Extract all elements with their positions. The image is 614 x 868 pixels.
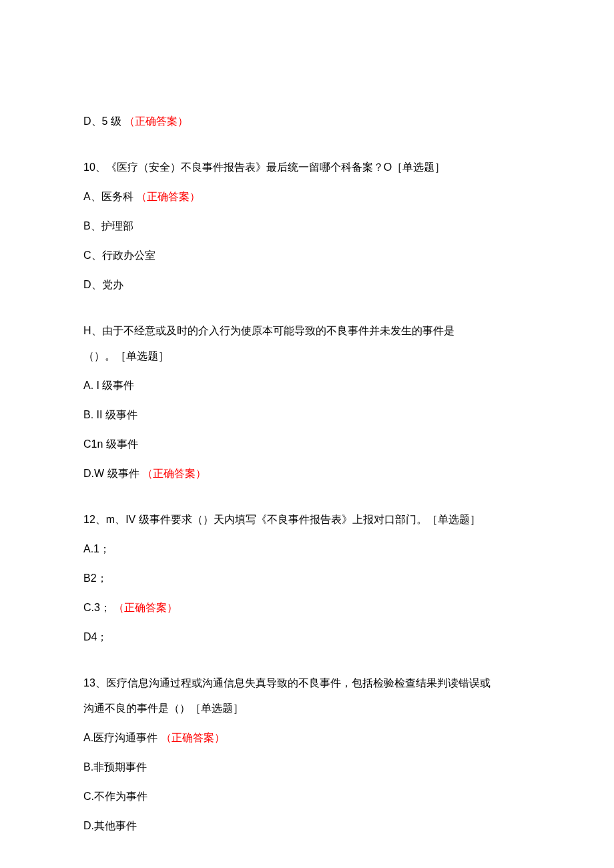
q13-option-b: B.非预期事件: [83, 759, 531, 775]
q13-option-a: A.医疗沟通事件 （正确答案）: [83, 730, 531, 746]
q12-stem: 12、m、IV 级事件要求（）天内填写《不良事件报告表》上报对口部门。［单选题］: [83, 512, 531, 528]
q12-option-c-text: C.3；: [83, 602, 113, 613]
q13-option-c: C.不作为事件: [83, 789, 531, 805]
correct-answer-label: （正确答案）: [142, 468, 206, 479]
q10-option-a-text: A、医务科: [83, 191, 136, 202]
q13-stem-line1: 13、医疗信息沟通过程或沟通信息失真导致的不良事件，包括检验检查结果判读错误或: [83, 675, 531, 691]
q10-option-b: B、护理部: [83, 218, 531, 234]
q12-option-d: D4；: [83, 629, 531, 645]
correct-answer-label: （正确答案）: [161, 732, 225, 743]
q10-option-c: C、行政办公室: [83, 248, 531, 264]
document-page: D、5 级 （正确答案） 10、《医疗（安全）不良事件报告表》最后统一留哪个科备…: [0, 0, 614, 868]
q13-option-a-text: A.医疗沟通事件: [83, 732, 161, 743]
q10-option-d: D、党办: [83, 277, 531, 293]
q11-option-a: A. I 级事件: [83, 378, 531, 394]
q11-option-c: C1n 级事件: [83, 436, 531, 452]
correct-answer-label: （正确答案）: [124, 115, 188, 127]
q11-option-b: B. II 级事件: [83, 407, 531, 423]
q12-option-c: C.3； （正确答案）: [83, 600, 531, 616]
q10-option-a: A、医务科 （正确答案）: [83, 189, 531, 205]
q11-stem-line1: H、由于不经意或及时的介入行为使原本可能导致的不良事件并未发生的事件是: [83, 323, 531, 339]
q13-option-d: D.其他事件: [83, 818, 531, 834]
correct-answer-label: （正确答案）: [113, 602, 178, 613]
q12-option-a: A.1；: [83, 541, 531, 557]
q11-option-d: D.W 级事件 （正确答案）: [83, 466, 531, 482]
q9-option-d: D、5 级 （正确答案）: [83, 113, 531, 129]
q10-stem: 10、《医疗（安全）不良事件报告表》最后统一留哪个科备案？O［单选题］: [83, 159, 531, 175]
q9-option-d-text: D、5 级: [83, 115, 124, 127]
q11-stem-line2: （）。［单选题］: [83, 348, 531, 364]
q12-option-b: B2；: [83, 570, 531, 586]
correct-answer-label: （正确答案）: [136, 191, 200, 202]
q11-option-d-text: D.W 级事件: [83, 468, 142, 479]
q13-stem-line2: 沟通不良的事件是（）［单选题］: [83, 701, 531, 717]
